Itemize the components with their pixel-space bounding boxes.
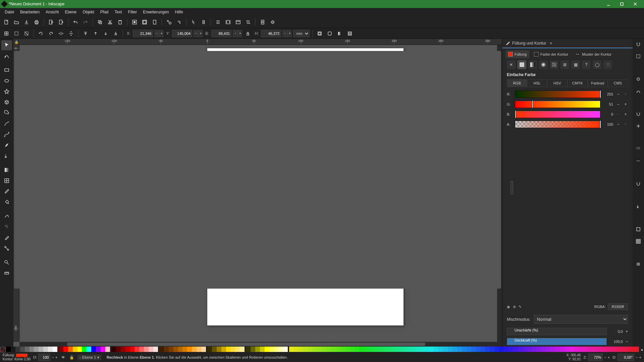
- a-minus[interactable]: −: [616, 122, 621, 127]
- palette-swatch[interactable]: [173, 347, 178, 352]
- palette-swatch[interactable]: [513, 347, 518, 352]
- a-slider[interactable]: [515, 121, 600, 128]
- palette-swatch[interactable]: [457, 347, 462, 352]
- palette-swatch[interactable]: [523, 347, 527, 352]
- snap-text-icon[interactable]: [634, 202, 642, 210]
- undo-button[interactable]: [71, 18, 80, 26]
- status-fill-swatch[interactable]: [16, 354, 28, 357]
- node-tool[interactable]: [1, 51, 12, 61]
- palette-swatch[interactable]: [560, 347, 565, 352]
- h-plus[interactable]: +: [287, 30, 292, 37]
- deselect-button[interactable]: [22, 29, 31, 38]
- palette-swatch[interactable]: [105, 347, 110, 352]
- zoom-page-button[interactable]: [150, 18, 159, 26]
- blur-value[interactable]: 0,0: [609, 329, 623, 334]
- align-button[interactable]: [214, 18, 222, 26]
- palette-swatch[interactable]: [230, 347, 235, 352]
- palette-swatch[interactable]: [303, 347, 308, 352]
- palette-swatch[interactable]: [452, 347, 457, 352]
- ruler-lock-icon[interactable]: 🔒: [13, 39, 19, 45]
- fill-stroke-indicator[interactable]: Füllung: Kontur: Keine 2,00: [3, 353, 31, 361]
- layer-selector[interactable]: -Ebene 1 ▾: [77, 355, 101, 360]
- palette-swatch[interactable]: [82, 347, 87, 352]
- palette-swatch[interactable]: [169, 347, 173, 352]
- palette-swatch[interactable]: [429, 347, 434, 352]
- palette-swatch[interactable]: [260, 347, 265, 352]
- rot-minus[interactable]: −: [636, 355, 638, 359]
- palette-swatch[interactable]: [125, 347, 130, 352]
- palette-swatch[interactable]: [448, 347, 452, 352]
- palette-swatch[interactable]: [283, 347, 288, 352]
- palette-swatch[interactable]: [308, 347, 313, 352]
- paint-mesh[interactable]: ▦: [571, 60, 580, 69]
- open-dialog-icon[interactable]: [634, 225, 642, 233]
- opacity-value[interactable]: 100,0: [609, 340, 623, 344]
- palette-swatch[interactable]: [63, 347, 68, 352]
- palette-swatch[interactable]: [411, 347, 415, 352]
- g-slider[interactable]: [515, 101, 600, 108]
- palette-swatch[interactable]: [159, 347, 164, 352]
- panel-collapse-handle[interactable]: ⋮: [511, 181, 513, 194]
- spiral-tool[interactable]: [1, 108, 12, 118]
- palette-swatch[interactable]: [359, 347, 364, 352]
- new-button[interactable]: [2, 18, 11, 26]
- palette-swatch[interactable]: [327, 347, 331, 352]
- blur-plus[interactable]: +: [626, 329, 628, 334]
- horizontal-scrollbar[interactable]: [19, 342, 497, 347]
- paint-unknown[interactable]: ?: [582, 60, 591, 69]
- palette-swatch[interactable]: [121, 347, 125, 352]
- palette-swatch[interactable]: [634, 347, 639, 352]
- transform-pattern-button[interactable]: [345, 29, 354, 38]
- rot-plus[interactable]: +: [639, 355, 641, 359]
- palette-swatch[interactable]: [139, 347, 144, 352]
- palette-swatch[interactable]: [226, 347, 231, 352]
- palette-swatch[interactable]: [43, 347, 48, 352]
- colormode-tab-hsv[interactable]: HSV: [547, 79, 567, 87]
- w-minus[interactable]: −: [233, 30, 237, 37]
- palette-swatch[interactable]: [583, 347, 588, 352]
- print-button[interactable]: [32, 18, 41, 26]
- palette-swatch[interactable]: [387, 347, 392, 352]
- palette-swatch[interactable]: [471, 347, 476, 352]
- paint-unset[interactable]: ◯: [593, 60, 601, 69]
- palette-swatch[interactable]: [178, 347, 183, 352]
- xml-button[interactable]: [224, 18, 232, 26]
- rotation-input[interactable]: [618, 354, 634, 361]
- y-input[interactable]: [172, 30, 192, 37]
- panel-close-button[interactable]: ✕: [549, 41, 552, 46]
- h-minus[interactable]: −: [282, 30, 287, 37]
- vertical-scrollbar[interactable]: [497, 45, 502, 342]
- color-manage-icon[interactable]: ⊕: [513, 305, 516, 309]
- palette-swatch[interactable]: [251, 347, 255, 352]
- import-button[interactable]: [47, 18, 55, 26]
- w-plus[interactable]: +: [237, 30, 242, 37]
- palette-swatch[interactable]: [527, 347, 532, 352]
- menu-extensions[interactable]: Erweiterungen: [140, 8, 171, 16]
- palette-swatch[interactable]: [578, 347, 583, 352]
- status-o-plus[interactable]: +: [55, 355, 57, 359]
- palette-swatch[interactable]: [602, 347, 606, 352]
- minimize-button[interactable]: [602, 0, 615, 8]
- palette-swatch[interactable]: [382, 347, 387, 352]
- palette-swatch[interactable]: [350, 347, 355, 352]
- palette-swatch[interactable]: [130, 347, 135, 352]
- redo-button[interactable]: [81, 18, 90, 26]
- snap-grid-icon[interactable]: [634, 145, 642, 153]
- palette-swatch[interactable]: [91, 347, 96, 352]
- snap-toggle-icon[interactable]: [634, 40, 642, 48]
- zoom-minus[interactable]: −: [604, 355, 606, 359]
- paint-flat[interactable]: [518, 60, 526, 69]
- paint-swatch2[interactable]: ♡: [603, 60, 612, 69]
- palette-swatch[interactable]: [255, 347, 260, 352]
- b-plus[interactable]: +: [623, 112, 628, 117]
- status-o-minus[interactable]: −: [52, 355, 54, 359]
- palette-swatch[interactable]: [541, 347, 546, 352]
- save-button[interactable]: [22, 18, 31, 26]
- rgba-input[interactable]: ff3300ff: [608, 303, 628, 310]
- palette-swatch[interactable]: [149, 347, 153, 352]
- rotate-ccw-button[interactable]: [37, 29, 45, 38]
- palette-swatch[interactable]: [68, 347, 73, 352]
- colormode-tab-cms[interactable]: CMS: [608, 79, 628, 87]
- palette-swatch[interactable]: [265, 347, 269, 352]
- gradient-tool[interactable]: [1, 165, 12, 175]
